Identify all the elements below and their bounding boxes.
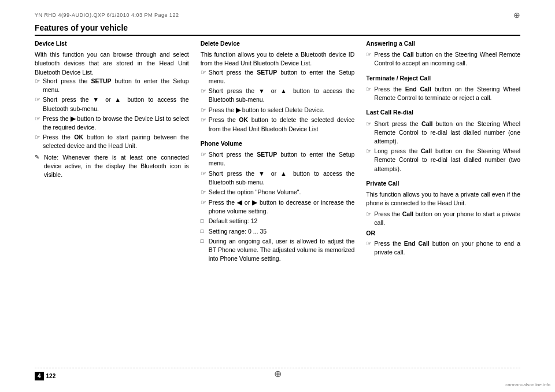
checkbox-text-2: Setting range: 0 ... 35 <box>209 227 355 236</box>
bullet-icon-3: ☞ <box>35 114 43 124</box>
private-bullet-text-2: Press the End Call button on your phone … <box>374 239 520 257</box>
lastcall-bullet-1: ☞ Short press the Call button on the Ste… <box>366 120 520 146</box>
section-lastcall-title: Last Call Re-dial <box>366 108 520 117</box>
section-privatecall-body: This function allows you to have a priva… <box>366 190 520 208</box>
checkbox-text-1: Default setting: 12 <box>209 217 355 225</box>
delete-bullet-text-4: Press the OK button to delete the select… <box>209 116 355 133</box>
bullet-text-2: Short press the ▼ or ▲ button to access … <box>43 95 189 113</box>
vol-bullet-icon-3: ☞ <box>201 188 209 197</box>
vol-bullet-4: ☞ Press the ◀ or ▶ button to decrease or… <box>201 198 355 216</box>
delete-bullet-icon-4: ☞ <box>201 116 209 125</box>
bullet-setup-4: ☞ Press the OK button to start pairing b… <box>35 133 189 150</box>
watermark: carmanualsonline.info <box>505 382 550 387</box>
vol-bullet-text-3: Select the option "Phone Volume". <box>209 188 355 197</box>
section-device-list-body: With this function you can browse throug… <box>35 50 189 77</box>
answer-bullet-1: ☞ Press the Call button on the Steering … <box>366 50 520 68</box>
delete-bullet-text-3: Press the ▶ button to select Delete Devi… <box>209 106 355 114</box>
vol-bullet-3: ☞ Select the option "Phone Volume". <box>201 188 355 197</box>
bullet-icon-4: ☞ <box>35 133 43 142</box>
delete-bullet-text-2: Short press the ▼ or ▲ button to access … <box>209 87 355 104</box>
terminate-bullet-1: ☞ Press the End Call button on the Steer… <box>366 85 520 102</box>
page-title: Features of your vehicle <box>35 23 128 32</box>
private-bullet-icon-1: ☞ <box>366 210 374 219</box>
vol-bullet-icon-1: ☞ <box>201 150 209 160</box>
lastcall-bullet-2: ☞ Long press the Call button on the Stee… <box>366 147 520 173</box>
checkbox-icon-2: □ <box>201 228 209 235</box>
lastcall-bullet-text-2: Long press the Call button on the Steeri… <box>374 147 520 173</box>
section-privatecall-title: Private Call <box>366 179 520 188</box>
checkbox-icon-3: □ <box>201 238 209 245</box>
section-delete-device-body: This function allows you to delete a Blu… <box>201 50 355 68</box>
vol-bullet-icon-4: ☞ <box>201 198 209 208</box>
vol-bullet-text-2: Short press the ▼ or ▲ button to access … <box>209 169 355 187</box>
note-item-1: ✎ Note: Whenever there is at least one c… <box>35 153 189 180</box>
delete-bullet-1: ☞ Short press the SETUP button to enter … <box>201 68 355 86</box>
or-separator: OR <box>366 229 520 238</box>
vol-bullet-2: ☞ Short press the ▼ or ▲ button to acces… <box>201 169 355 187</box>
private-bullet-2: ☞ Press the End Call button on your phon… <box>366 239 520 257</box>
column-2: Delete Device This function allows you t… <box>201 39 355 360</box>
checkbox-icon-1: □ <box>201 217 209 225</box>
bullet-icon-2: ☞ <box>35 95 43 105</box>
bullet-setup-2: ☞ Short press the ▼ or ▲ button to acces… <box>35 95 189 113</box>
answer-bullet-icon-1: ☞ <box>366 50 374 60</box>
answer-bullet-text-1: Press the Call button on the Steering Wh… <box>374 50 520 68</box>
section-answering-title: Answering a Call <box>366 39 520 48</box>
bullet-text-3: Press the ▶ button to browse the Device … <box>43 114 189 132</box>
checkbox-text-3: During an ongoing call, user is allowed … <box>209 237 355 264</box>
header-crosshair-icon: ⊕ <box>513 10 520 20</box>
delete-bullet-text-1: Short press the SETUP button to enter th… <box>209 68 355 86</box>
terminate-bullet-text-1: Press the End Call button on the Steerin… <box>374 85 520 102</box>
page-wrapper: YN RHD 4(99-AUDIO).QXP 6/1/2010 4:03 PM … <box>0 0 555 392</box>
vol-bullet-1: ☞ Short press the SETUP button to enter … <box>201 150 355 168</box>
private-bullet-1: ☞ Press the Call button on your phone to… <box>366 210 520 227</box>
delete-bullet-3: ☞ Press the ▶ button to select Delete De… <box>201 106 355 115</box>
note-text-1: Note: Whenever there is at least one con… <box>44 153 189 180</box>
bullet-text-4: Press the OK button to start pairing bet… <box>43 133 189 150</box>
checkbox-ongoing: □ During an ongoing call, user is allowe… <box>201 237 355 264</box>
header-file-info: YN RHD 4(99-AUDIO).QXP 6/1/2010 4:03 PM … <box>35 12 179 18</box>
section-delete-device-title: Delete Device <box>201 39 355 48</box>
delete-bullet-4: ☞ Press the OK button to delete the sele… <box>201 116 355 133</box>
page-section-number: 4 <box>35 372 44 380</box>
content-area: Device List With this function you can b… <box>35 39 520 360</box>
header-bar: YN RHD 4(99-AUDIO).QXP 6/1/2010 4:03 PM … <box>35 10 520 20</box>
section-phone-volume-title: Phone Volume <box>201 139 355 148</box>
vol-bullet-icon-2: ☞ <box>201 169 209 179</box>
checkbox-range: □ Setting range: 0 ... 35 <box>201 227 355 236</box>
bottom-crosshair-icon: ⊕ <box>274 368 282 379</box>
note-icon-1: ✎ <box>35 153 44 162</box>
column-1: Device List With this function you can b… <box>35 39 189 360</box>
bullet-text-1: Short press the SETUP button to enter th… <box>43 77 189 94</box>
private-bullet-icon-2: ☞ <box>366 239 374 249</box>
section-terminate-title: Terminate / Reject Call <box>366 74 520 83</box>
page-number: 122 <box>46 373 56 379</box>
delete-bullet-2: ☞ Short press the ▼ or ▲ button to acces… <box>201 87 355 104</box>
bullet-icon-1: ☞ <box>35 77 43 86</box>
lastcall-bullet-icon-2: ☞ <box>366 147 374 156</box>
page-title-bar: Features of your vehicle <box>35 23 520 36</box>
vol-bullet-text-1: Short press the SETUP button to enter th… <box>209 150 355 168</box>
lastcall-bullet-text-1: Short press the Call button on the Steer… <box>374 120 520 146</box>
section-device-list-title: Device List <box>35 39 189 48</box>
bullet-setup-3: ☞ Press the ▶ button to browse the Devic… <box>35 114 189 132</box>
terminate-bullet-icon-1: ☞ <box>366 85 374 94</box>
column-3: Answering a Call ☞ Press the Call button… <box>366 39 520 360</box>
private-bullet-text-1: Press the Call button on your phone to s… <box>374 210 520 227</box>
vol-bullet-text-4: Press the ◀ or ▶ button to decrease or i… <box>209 198 355 216</box>
checkbox-default: □ Default setting: 12 <box>201 217 355 225</box>
lastcall-bullet-icon-1: ☞ <box>366 120 374 129</box>
delete-bullet-icon-2: ☞ <box>201 87 209 96</box>
delete-bullet-icon-1: ☞ <box>201 68 209 77</box>
bullet-setup-1: ☞ Short press the SETUP button to enter … <box>35 77 189 94</box>
delete-bullet-icon-3: ☞ <box>201 106 209 115</box>
